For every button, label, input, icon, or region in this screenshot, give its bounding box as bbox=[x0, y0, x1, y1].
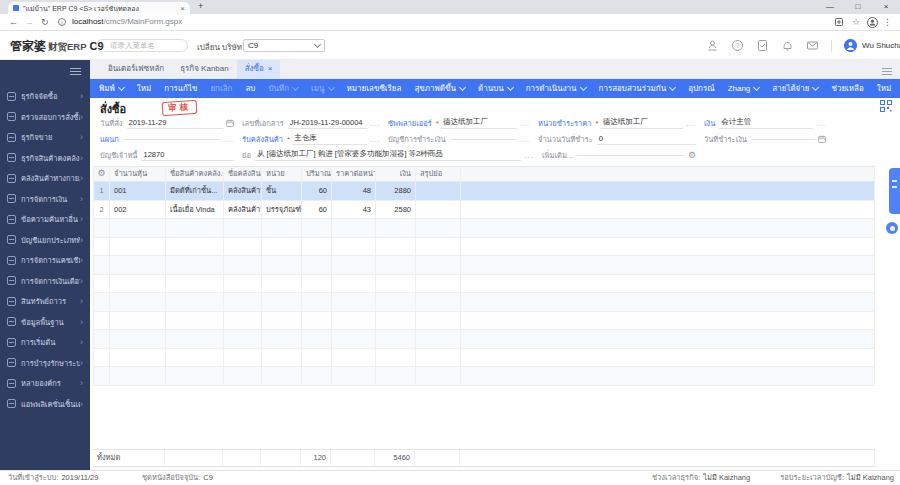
toolbar-button-15[interactable]: ช่วยเหลือ bbox=[831, 82, 863, 95]
sidebar-item-9[interactable]: การจัดการเงินเดือน› bbox=[0, 271, 90, 292]
browser-menu-icon[interactable]: ⋮ bbox=[883, 14, 892, 30]
toolbar-button-5[interactable]: บันทึก bbox=[268, 82, 298, 95]
table-row-2[interactable]: 2002เนื้อเยื่อ Vindaคลังสินค้าหลักบรรจุภ… bbox=[94, 201, 875, 220]
search-input[interactable] bbox=[108, 40, 182, 51]
tab-close-icon[interactable]: × bbox=[180, 4, 185, 13]
toolbar-button-13[interactable]: Zhang bbox=[728, 84, 760, 93]
menu-search-box[interactable] bbox=[96, 39, 188, 52]
sidebar-item-4[interactable]: คลังสินค้าทางกายภาพ› bbox=[0, 168, 90, 189]
document-edit-icon[interactable] bbox=[756, 39, 769, 52]
field-value-input[interactable]: 从 [德达纸加工厂] 购进 [管家婆多功能加湿器] 等2种商品 bbox=[255, 149, 521, 161]
toolbar-button-3[interactable]: ยกเลิก bbox=[210, 82, 232, 95]
more-settings-gear-icon[interactable]: ⚙ bbox=[688, 150, 696, 160]
toolbar-button-11[interactable]: การสอบสวนร่วมกัน bbox=[599, 82, 676, 95]
browser-tab[interactable]: "แม่บ้าน" ERP C9 <S> เวอร์ชันทดลอง × bbox=[8, 2, 190, 14]
table-empty-row[interactable] bbox=[94, 219, 875, 238]
field-label[interactable]: ซัพพลายเออร์ bbox=[388, 117, 432, 129]
field-value-input[interactable] bbox=[123, 138, 221, 140]
table-empty-row[interactable] bbox=[94, 238, 875, 257]
user-name[interactable]: Wu Shuchan bbox=[862, 41, 900, 50]
sidebar-item-8[interactable]: การจัดการแคชเชียร์› bbox=[0, 250, 90, 271]
browser-page-action-icon[interactable] bbox=[834, 17, 844, 27]
table-empty-row[interactable] bbox=[94, 275, 875, 294]
ellipsis-lookup-button[interactable]: ... bbox=[520, 119, 530, 128]
field-value-input[interactable]: 德达纸加工厂 bbox=[441, 117, 517, 129]
tab-overflow-icon[interactable] bbox=[882, 66, 892, 77]
ellipsis-lookup-button[interactable]: ... bbox=[370, 135, 380, 144]
field-value-input[interactable]: 12870 bbox=[141, 150, 234, 161]
field-value-input[interactable]: 0 bbox=[597, 134, 696, 145]
ellipsis-lookup-button[interactable]: ... bbox=[520, 135, 530, 144]
ellipsis-lookup-button[interactable]: ... bbox=[370, 119, 380, 128]
ellipsis-lookup-button[interactable]: ... bbox=[816, 119, 826, 128]
ellipsis-lookup-button[interactable]: ... bbox=[224, 135, 234, 144]
sidebar-item-3[interactable]: ธุรกิจสินค้าคงคลัง› bbox=[0, 148, 90, 169]
toolbar-button-14[interactable]: สายได้จ่าย bbox=[772, 82, 818, 95]
field-value-input[interactable]: 德达纸加工厂 bbox=[601, 117, 684, 129]
sidebar-item-15[interactable]: แอพพลิเคชั่นเซ็นเตอร์› bbox=[0, 394, 90, 415]
toolbar-button-8[interactable]: สุขภาพดีขึ้น bbox=[414, 82, 465, 95]
calendar-icon[interactable] bbox=[818, 135, 826, 143]
calendar-icon[interactable] bbox=[226, 119, 234, 127]
document-tab-1[interactable]: ธุรกิจ Kanban bbox=[172, 60, 237, 78]
field-value-input[interactable] bbox=[450, 138, 518, 140]
toolbar-button-4[interactable]: ลบ bbox=[245, 82, 255, 95]
user-avatar[interactable] bbox=[844, 39, 857, 52]
table-empty-row[interactable] bbox=[94, 256, 875, 275]
side-fab-button[interactable] bbox=[886, 222, 898, 234]
toolbar-button-12[interactable]: อุปกรณ์ bbox=[688, 82, 714, 95]
notification-bell-icon[interactable] bbox=[781, 39, 794, 52]
window-minimize-button[interactable]: — bbox=[816, 0, 844, 14]
document-tab-2[interactable]: สั่งซื้อ× bbox=[237, 60, 281, 78]
field-label[interactable]: หน่วยชำระราคา bbox=[538, 117, 592, 129]
sidebar-item-6[interactable]: ข้อความค้นหาอื่น ๆ› bbox=[0, 209, 90, 230]
field-value-input[interactable] bbox=[577, 154, 685, 156]
table-empty-row[interactable] bbox=[94, 312, 875, 331]
side-panel-ribbon[interactable] bbox=[889, 168, 900, 214]
field-label[interactable]: แผนก bbox=[100, 133, 119, 145]
sidebar-item-0[interactable]: ธุรกิจจัดซื้อ› bbox=[0, 86, 90, 107]
field-label[interactable]: รับคลังสินค้า bbox=[242, 133, 283, 145]
collapse-sidebar-icon[interactable] bbox=[70, 66, 81, 77]
sidebar-item-12[interactable]: การเริ่มต้น› bbox=[0, 332, 90, 353]
table-empty-row[interactable] bbox=[94, 349, 875, 368]
toolbar-button-6[interactable]: เมนู bbox=[311, 82, 333, 95]
window-close-button[interactable]: × bbox=[872, 0, 900, 14]
toolbar-button-0[interactable]: พิมพ์ bbox=[99, 82, 124, 95]
site-info-icon[interactable]: i bbox=[58, 18, 66, 26]
browser-profile-icon[interactable] bbox=[867, 17, 878, 28]
field-value-input[interactable] bbox=[751, 138, 815, 140]
sidebar-item-7[interactable]: บัญชีแยกประเภททั่วไป› bbox=[0, 230, 90, 251]
sidebar-item-1[interactable]: ตรวจสอบการสั่งซื้อ› bbox=[0, 107, 90, 128]
reload-icon[interactable]: ↻ bbox=[41, 14, 49, 30]
table-empty-row[interactable] bbox=[94, 367, 875, 386]
table-empty-row[interactable] bbox=[94, 293, 875, 312]
field-value-input[interactable]: 主仓库 bbox=[292, 133, 367, 145]
field-label[interactable]: เงิน bbox=[704, 117, 715, 129]
document-tab-0[interactable]: อินเตอร์เฟซหลัก bbox=[100, 60, 172, 78]
new-tab-button[interactable]: + bbox=[198, 1, 203, 11]
bookmark-star-icon[interactable]: ☆ bbox=[852, 14, 860, 30]
toolbar-button-16[interactable]: ใหม่ bbox=[877, 82, 891, 95]
toolbar-button-9[interactable]: ด้านบน bbox=[478, 82, 513, 95]
toolbar-button-10[interactable]: การดำเนินงาน bbox=[526, 82, 586, 95]
help-icon[interactable]: ? bbox=[731, 39, 744, 52]
ellipsis-lookup-button[interactable]: ... bbox=[524, 151, 534, 160]
sidebar-item-14[interactable]: หลายองค์กร› bbox=[0, 373, 90, 394]
table-empty-row[interactable] bbox=[94, 330, 875, 349]
mail-icon[interactable] bbox=[806, 39, 819, 52]
company-select[interactable]: C9 bbox=[243, 39, 325, 52]
tab-close-icon[interactable]: × bbox=[268, 64, 273, 73]
sidebar-item-13[interactable]: การบำรุงรักษาระบบ› bbox=[0, 353, 90, 374]
ellipsis-lookup-button[interactable]: ... bbox=[686, 119, 696, 128]
field-value-input[interactable]: JH-2019-11-29-00004 bbox=[288, 118, 368, 129]
sidebar-item-2[interactable]: ธุรกิจขาย› bbox=[0, 127, 90, 148]
table-row-1[interactable]: 1001มีดด้ที่เก่าชั้น...คลังสินค้าหลักชิ้… bbox=[94, 182, 875, 201]
toolbar-button-1[interactable]: ใหม่ bbox=[137, 82, 151, 95]
table-settings-gear-icon[interactable]: ⚙ bbox=[94, 167, 110, 181]
forward-icon[interactable]: → bbox=[25, 14, 34, 30]
sidebar-item-10[interactable]: สินทรัพย์ถาวร› bbox=[0, 291, 90, 312]
qrcode-icon[interactable] bbox=[880, 100, 892, 112]
approval-icon[interactable] bbox=[706, 39, 719, 52]
sidebar-item-5[interactable]: การจัดการเงิน› bbox=[0, 189, 90, 210]
